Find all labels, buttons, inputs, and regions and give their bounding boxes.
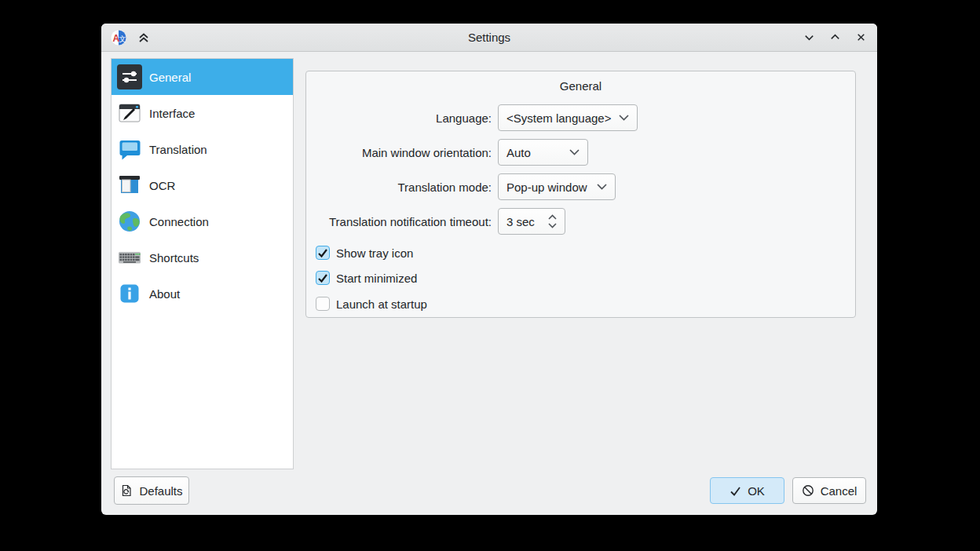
button-label: Cancel: [821, 484, 858, 498]
timeout-row: Translation notification timeout: 3 sec: [306, 208, 565, 235]
settings-window: Settings A 文: [101, 24, 877, 515]
scanner-icon: [117, 173, 142, 198]
sidebar-item-label: Interface: [149, 107, 195, 120]
keyboard-icon: [117, 245, 142, 270]
checkbox-label: Show tray icon: [336, 246, 413, 260]
chevron-down-icon: [569, 149, 580, 155]
sidebar-item-label: Shortcuts: [149, 251, 199, 265]
window-brush-icon: [117, 100, 142, 126]
chevron-down-icon: [597, 184, 607, 190]
sidebar-item-shortcuts[interactable]: Shortcuts: [112, 239, 293, 276]
sidebar-item-label: OCR: [149, 179, 175, 192]
spin-up-icon[interactable]: [548, 214, 557, 220]
cancel-button[interactable]: Cancel: [792, 477, 866, 504]
translation-mode-row: Translation mode: Pop-up window: [306, 173, 616, 200]
orientation-row: Main window orientation: Auto: [306, 139, 588, 166]
info-icon: [117, 281, 142, 306]
ok-button[interactable]: OK: [710, 477, 784, 504]
checkbox-label: Launch at startup: [336, 297, 427, 311]
start-minimized-row: Start minimized: [316, 270, 417, 286]
spinbox-value: 3 sec: [506, 215, 535, 228]
sidebar-item-translation[interactable]: Translation: [112, 131, 293, 167]
group-title: General: [306, 79, 855, 93]
launch-at-startup-row: Launch at startup: [316, 296, 427, 312]
settings-category-list: General Interface Translation: [111, 58, 294, 469]
sidebar-item-ocr[interactable]: OCR: [112, 167, 293, 203]
launch-at-startup-checkbox[interactable]: [316, 297, 330, 311]
sidebar-item-label: Translation: [149, 143, 207, 156]
combobox-value: Auto: [506, 146, 531, 159]
combobox-value: Pop-up window: [506, 181, 587, 194]
orientation-label: Main window orientation:: [306, 146, 492, 159]
sidebar-item-connection[interactable]: Connection: [112, 203, 293, 239]
sidebar-item-label: Connection: [149, 215, 209, 228]
reset-document-icon: [120, 484, 133, 497]
close-button[interactable]: [854, 31, 868, 45]
cancel-icon: [802, 484, 814, 497]
globe-icon: [117, 209, 142, 234]
desktop: { "titlebar": { "title": "Settings" }, "…: [0, 0, 980, 551]
app-icon: A 文: [111, 30, 126, 46]
language-combobox[interactable]: <System language>: [498, 104, 638, 131]
general-group-box: General Language: <System language> Main…: [305, 71, 856, 318]
start-minimized-checkbox[interactable]: [316, 271, 330, 285]
minimize-button[interactable]: [802, 31, 816, 45]
keep-above-icon[interactable]: [137, 31, 151, 45]
defaults-button[interactable]: Defaults: [114, 476, 189, 505]
translation-mode-combobox[interactable]: Pop-up window: [498, 173, 616, 200]
orientation-combobox[interactable]: Auto: [498, 139, 588, 166]
timeout-spinbox[interactable]: 3 sec: [498, 208, 565, 235]
window-title: Settings: [101, 31, 877, 44]
button-label: Defaults: [139, 484, 182, 498]
translation-mode-label: Translation mode:: [306, 181, 492, 194]
checkbox-label: Start minimized: [336, 272, 417, 285]
sidebar-item-interface[interactable]: Interface: [112, 95, 293, 131]
maximize-button[interactable]: [828, 31, 842, 45]
button-label: OK: [748, 484, 765, 498]
sidebar-item-label: General: [149, 71, 191, 84]
timeout-label: Translation notification timeout:: [306, 215, 492, 228]
chevron-down-icon: [619, 115, 629, 121]
check-icon: [730, 485, 741, 497]
titlebar[interactable]: Settings A 文: [101, 24, 877, 52]
combobox-value: <System language>: [506, 111, 611, 125]
show-tray-icon-row: Show tray icon: [316, 245, 413, 261]
language-label: Language:: [306, 111, 492, 125]
sliders-icon: [117, 64, 142, 89]
sidebar-item-label: About: [149, 287, 180, 301]
svg-text:文: 文: [119, 35, 126, 43]
show-tray-icon-checkbox[interactable]: [316, 246, 330, 260]
language-row: Language: <System language>: [306, 104, 638, 131]
spin-down-icon[interactable]: [548, 223, 557, 228]
sidebar-item-general[interactable]: General: [112, 59, 293, 95]
sidebar-item-about[interactable]: About: [112, 276, 293, 312]
speech-bubble-icon: [117, 137, 142, 162]
